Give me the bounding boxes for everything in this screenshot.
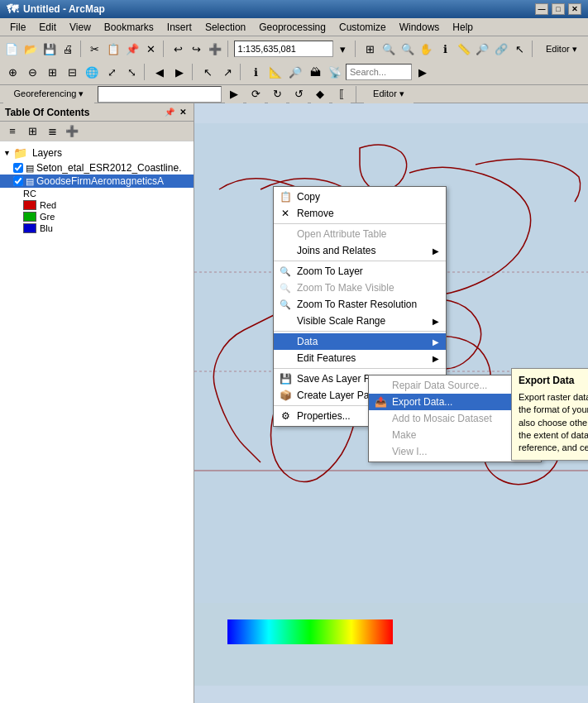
undo-button[interactable]: ↩ xyxy=(170,40,187,58)
tb2-measure[interactable]: 📐 xyxy=(266,63,284,81)
menu-edit[interactable]: Edit xyxy=(32,20,63,35)
tb2-btn7[interactable]: ⤡ xyxy=(122,63,141,81)
tooltip-title: Export Data xyxy=(519,374,588,388)
hyperlink-button[interactable]: 🔗 xyxy=(493,40,510,58)
save-button[interactable]: 💾 xyxy=(41,40,58,58)
menu-windows[interactable]: Windows xyxy=(393,20,447,35)
toc-add[interactable]: ➕ xyxy=(63,122,81,141)
minimize-button[interactable]: — xyxy=(535,3,548,15)
new-button[interactable]: 📄 xyxy=(3,40,21,58)
ctx-copy[interactable]: 📋 Copy xyxy=(274,189,446,205)
toc-icon-view[interactable]: ⊞ xyxy=(23,122,41,141)
tb2-btn3[interactable]: ⊞ xyxy=(43,63,61,81)
tb2-find[interactable]: 🔎 xyxy=(286,63,304,81)
add-data-button[interactable]: ➕ xyxy=(207,40,224,58)
zoom-raster-icon: 🔍 xyxy=(279,298,292,311)
georef-btn6[interactable]: ⟦ xyxy=(332,85,351,103)
tb2-info[interactable]: ℹ xyxy=(246,63,265,81)
ctx-sep-4 xyxy=(274,368,446,369)
redo-button[interactable]: ↪ xyxy=(189,40,206,58)
ctx-edit-features[interactable]: Edit Features ▶ xyxy=(274,350,446,366)
ctx-joins[interactable]: Joins and Relates ▶ xyxy=(274,242,446,259)
menu-selection[interactable]: Selection xyxy=(198,20,252,35)
menu-geoprocessing[interactable]: Geoprocessing xyxy=(252,20,332,35)
copy-button[interactable]: 📋 xyxy=(105,40,122,58)
toc-pin-button[interactable]: 📌 xyxy=(164,107,175,118)
identify-button[interactable]: ℹ xyxy=(437,40,454,58)
search-button[interactable]: ▶ xyxy=(414,63,432,81)
toc-close-button[interactable]: ✕ xyxy=(177,107,189,118)
menu-file[interactable]: File xyxy=(3,20,32,35)
tb2-select[interactable]: ↖ xyxy=(198,63,217,81)
tb2-fwd[interactable]: ▶ xyxy=(170,63,189,81)
menu-help[interactable]: Help xyxy=(446,20,480,35)
map-area[interactable]: 📋 Copy ✕ Remove Open Attribute Table Joi… xyxy=(194,103,588,703)
ctx-visible-scale[interactable]: Visible Scale Range ▶ xyxy=(274,313,446,329)
ctx-zoom-layer[interactable]: 🔍 Zoom To Layer xyxy=(274,263,446,280)
tb2-gpx[interactable]: 📡 xyxy=(326,63,344,81)
tb2-btn4[interactable]: ⊟ xyxy=(63,63,81,81)
ctx-data[interactable]: Data ▶ xyxy=(274,333,446,350)
search-input[interactable] xyxy=(346,64,412,80)
print-button[interactable]: 🖨 xyxy=(60,40,77,58)
georef-go[interactable]: ▶ xyxy=(225,85,243,103)
ctx-make-label: Make xyxy=(392,429,416,441)
toc-layers-group[interactable]: ▼ 📁 Layers xyxy=(0,145,194,161)
editor-label-btn[interactable]: Editor ▾ xyxy=(364,85,414,103)
pan-button[interactable]: ✋ xyxy=(418,40,435,58)
ctx-sep-3 xyxy=(274,331,446,332)
ctx-zoom-raster[interactable]: 🔍 Zoom To Raster Resolution xyxy=(274,296,446,313)
tb2-btn6[interactable]: ⤢ xyxy=(103,63,121,81)
georef-input[interactable] xyxy=(98,86,222,103)
measure-button[interactable]: 📏 xyxy=(455,40,472,58)
open-button[interactable]: 📂 xyxy=(22,40,40,58)
ctx-edit-label: Edit Features xyxy=(297,352,356,364)
find-button[interactable]: 🔎 xyxy=(474,40,491,58)
copy-icon: 📋 xyxy=(279,190,292,203)
georef-btn3[interactable]: ↻ xyxy=(268,85,286,103)
delete-button[interactable]: ✕ xyxy=(142,40,160,58)
zoom-out-button[interactable]: 🔍 xyxy=(399,40,416,58)
toc-desc-view[interactable]: ≣ xyxy=(43,122,61,141)
toc-content: ▼ 📁 Layers ▤ Seton_etal_ESR2012_Coastlin… xyxy=(0,141,194,703)
scale-input[interactable] xyxy=(234,41,333,57)
georef-btn5[interactable]: ◆ xyxy=(311,85,329,103)
ctx-remove[interactable]: ✕ Remove xyxy=(274,205,446,222)
tb2-cursor[interactable]: ↗ xyxy=(218,63,237,81)
georef-btn2[interactable]: ⟳ xyxy=(246,85,265,103)
menu-view[interactable]: View xyxy=(63,20,98,35)
cut-button[interactable]: ✂ xyxy=(86,40,103,58)
edit-arrow-icon: ▶ xyxy=(433,354,439,363)
menu-insert[interactable]: Insert xyxy=(160,20,198,35)
tb2-find2[interactable]: 🏔 xyxy=(306,63,324,81)
paste-button[interactable]: 📌 xyxy=(124,40,141,58)
tb2-back[interactable]: ◀ xyxy=(151,63,169,81)
scale-dropdown[interactable]: ▾ xyxy=(335,40,352,58)
toc-layer-magnetics[interactable]: ▤ GoodseFirmAeromagneticsA xyxy=(0,175,194,188)
toc-layer-coastline[interactable]: ▤ Seton_etal_ESR2012_Coastline. xyxy=(0,161,194,175)
layers-expand-icon: ▼ xyxy=(3,149,11,157)
ctx-copy-label: Copy xyxy=(297,191,320,203)
layer-coastline-icon: ▤ xyxy=(26,163,34,174)
ctx-properties-label: Properties... xyxy=(297,410,351,422)
tb2-btn5[interactable]: 🌐 xyxy=(83,63,101,81)
zoom-full-button[interactable]: ⊞ xyxy=(361,40,379,58)
layer-magnetics-checkbox[interactable] xyxy=(13,176,23,186)
tb2-btn1[interactable]: ⊕ xyxy=(3,63,22,81)
select-button[interactable]: ↖ xyxy=(511,40,528,58)
app-title: Untitled - ArcMap xyxy=(23,3,105,15)
close-button[interactable]: ✕ xyxy=(568,3,581,15)
toc-list-view[interactable]: ≡ xyxy=(3,122,22,141)
menu-bookmarks[interactable]: Bookmarks xyxy=(98,20,160,35)
maximize-button[interactable]: □ xyxy=(552,3,565,15)
toolbar-sep-8 xyxy=(240,64,243,80)
zoom-in-button[interactable]: 🔍 xyxy=(380,40,398,58)
layer-coastline-checkbox[interactable] xyxy=(13,163,23,173)
tb2-btn2[interactable]: ⊖ xyxy=(23,63,41,81)
georef-dropdown-btn[interactable]: Georeferencing ▾ xyxy=(3,85,94,103)
editor-dropdown[interactable]: Editor ▾ xyxy=(538,40,585,58)
menu-customize[interactable]: Customize xyxy=(332,20,393,35)
toc-legend-rc: RC xyxy=(0,188,194,199)
ctx-repair-label: Repair Data Source... xyxy=(392,380,487,391)
georef-btn4[interactable]: ↺ xyxy=(289,85,308,103)
